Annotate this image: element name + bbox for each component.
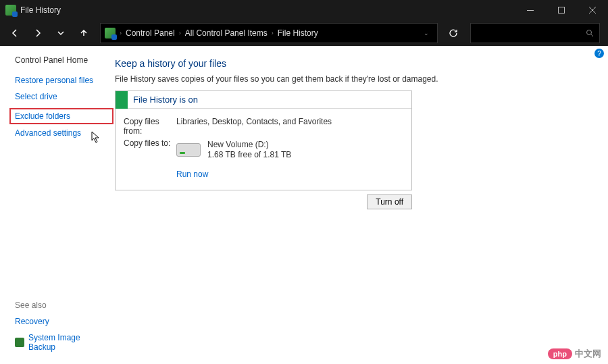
svg-rect-1 [559,7,565,14]
search-icon [586,29,594,37]
back-button[interactable] [4,23,26,43]
breadcrumb[interactable]: Control Panel [126,28,175,38]
maximize-button[interactable] [546,0,577,20]
close-button[interactable] [577,0,608,20]
control-panel-home-link[interactable]: Control Panel Home [15,55,100,65]
run-now-link[interactable]: Run now [176,170,208,179]
watermark-text: 中文网 [575,348,601,360]
page-heading: Keep a history of your files [115,58,589,69]
app-icon [5,5,16,16]
exclude-folders-link[interactable]: Exclude folders [15,111,108,121]
main-panel: Keep a history of your files File Histor… [108,46,608,364]
recovery-link[interactable]: Recovery [15,317,100,326]
svg-rect-0 [527,10,534,11]
window-controls [515,0,608,20]
chevron-right-icon: › [272,30,274,36]
minimize-button[interactable] [515,0,546,20]
help-icon[interactable]: ? [594,49,604,58]
svg-point-2 [587,30,592,35]
restore-personal-files-link[interactable]: Restore personal files [15,76,100,85]
nav-bar: › Control Panel › All Control Panel Item… [0,20,608,46]
watermark: php 中文网 [548,348,601,360]
select-drive-link[interactable]: Select drive [15,92,100,101]
turn-off-button[interactable]: Turn off [367,194,412,209]
sidebar: Control Panel Home Restore personal file… [0,46,108,364]
recent-locations-button[interactable] [50,23,72,43]
control-panel-icon [105,28,116,38]
copy-to-label: Copy files to: [124,137,176,180]
forward-button[interactable] [27,23,49,43]
refresh-button[interactable] [442,23,465,43]
advanced-settings-link[interactable]: Advanced settings [15,128,100,138]
chevron-right-icon: › [120,30,122,36]
page-description: File History saves copies of your files … [115,74,589,84]
copy-from-value: Libraries, Desktop, Contacts, and Favori… [176,115,332,137]
see-also-heading: See also [15,301,100,310]
copy-from-label: Copy files from: [124,115,176,137]
search-input[interactable] [476,28,586,38]
status-text: File History is on [128,95,198,105]
drive-space: 1.68 TB free of 1.81 TB [207,150,291,160]
system-image-backup-link[interactable]: System Image Backup [28,333,100,352]
watermark-brand: php [548,348,572,359]
title-bar: File History [0,0,608,20]
chevron-right-icon: › [179,30,181,36]
status-header: File History is on [116,91,411,109]
status-box: File History is on Copy files from: Libr… [115,90,412,190]
breadcrumb[interactable]: File History [278,28,318,38]
up-button[interactable] [73,23,95,43]
window-title: File History [20,5,61,15]
drive-icon [176,143,201,157]
address-bar[interactable]: › Control Panel › All Control Panel Item… [100,23,438,43]
system-image-backup-icon [15,338,24,347]
breadcrumb[interactable]: All Control Panel Items [185,28,268,38]
address-dropdown-icon[interactable]: ⌄ [420,30,433,36]
content-area: ? Control Panel Home Restore personal fi… [0,46,608,364]
status-indicator [116,91,128,109]
drive-name: New Volume (D:) [207,140,291,150]
search-box[interactable] [470,23,600,43]
exclude-folders-highlight: Exclude folders [9,108,113,124]
